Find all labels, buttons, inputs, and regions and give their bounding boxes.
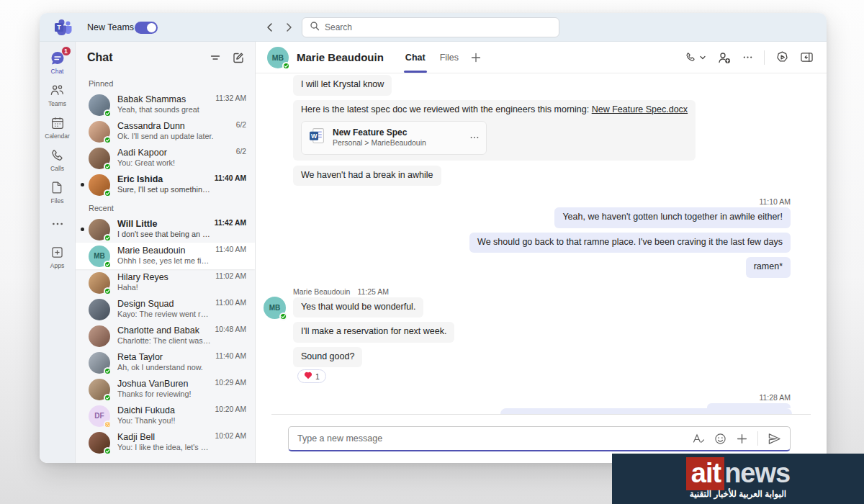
sender-name: Marie Beaudouin <box>293 287 350 296</box>
chat-list-item[interactable]: Joshua VanBurenThanks for reviewing!10:2… <box>76 376 255 402</box>
available-presence-badge <box>104 234 112 242</box>
unread-dot <box>81 183 84 186</box>
chat-list-item[interactable]: MBMarie BeaudouinOhhh I see, yes let me … <box>76 243 255 269</box>
new-teams-toggle[interactable] <box>135 22 158 34</box>
available-presence-badge <box>282 62 290 70</box>
message-row: Marie Beaudouin11:25 AM <box>293 287 791 296</box>
conversation-title: Marie Beaudouin <box>297 51 384 63</box>
more-options-button[interactable] <box>742 52 753 63</box>
forward-button[interactable] <box>282 20 296 35</box>
available-presence-badge <box>279 312 287 320</box>
chat-item-preview: You: I like the idea, let's pitch it! <box>117 443 210 452</box>
chat-list-item[interactable]: Babak ShammasYeah, that sounds great11:3… <box>76 91 255 118</box>
chat-list-item[interactable]: Cassandra DunnOk. I'll send an update la… <box>76 118 255 145</box>
format-button[interactable] <box>692 433 705 444</box>
sidebar-item-files[interactable]: Files <box>40 176 75 207</box>
reaction-pill[interactable]: 1 <box>297 369 326 383</box>
chat-item-time: 11:40 AM <box>215 174 246 182</box>
chat-list-item[interactable]: Eric IshidaSure, I'll set up something f… <box>76 171 255 198</box>
file-options-button[interactable] <box>469 132 480 143</box>
chat-item-name: Design Squad <box>117 299 211 310</box>
chat-list-item[interactable]: Charlotte and BabakCharlotte: The client… <box>76 323 255 349</box>
chat-item-preview: Haha! <box>117 283 211 292</box>
chat-list-item[interactable]: Aadi KapoorYou: Great work!6/2 <box>76 145 255 171</box>
message-row: Yeah, we haven't gotten lunch together i… <box>293 207 791 228</box>
sidebar-item-apps[interactable]: Apps <box>40 240 75 272</box>
add-tab-button[interactable] <box>470 52 482 63</box>
chat-list-item[interactable]: DFDaichi FukudaYou: Thank you!!10:20 AM <box>76 402 255 429</box>
video-clip-button[interactable] <box>775 50 789 64</box>
sidebar-item-calendar[interactable]: Calendar <box>40 111 75 143</box>
chat-item-text: Reta TaylorAh, ok I understand now. <box>117 352 211 372</box>
apps-icon <box>50 244 65 261</box>
chat-list-item[interactable]: Design SquadKayo: The review went really… <box>76 296 255 323</box>
sidebar-item-teams[interactable]: Teams <box>40 78 75 110</box>
available-presence-badge <box>104 189 112 197</box>
add-people-button[interactable] <box>717 51 732 64</box>
avatar <box>89 121 110 143</box>
message-row: We haven't had a break in awhile <box>293 166 791 186</box>
sidebar-item-more[interactable] <box>40 208 75 240</box>
sidebar-item-label: Teams <box>48 100 66 107</box>
compose-box[interactable] <box>288 426 791 451</box>
available-presence-badge <box>104 261 112 269</box>
search-input[interactable] <box>325 22 552 32</box>
message-input[interactable] <box>297 433 692 444</box>
file-link[interactable]: New Feature Spec.docx <box>592 104 688 114</box>
file-card-text: New Feature SpecPersonal > MarieBeaudoui… <box>333 127 463 148</box>
sidebar-item-chat[interactable]: 1Chat <box>40 46 75 78</box>
message-timestamp: 11:10 AM <box>293 197 791 206</box>
filter-button[interactable] <box>209 51 222 64</box>
title-bar: T New Teams <box>40 13 827 42</box>
chat-item-name: Joshua VanBuren <box>117 379 210 390</box>
reaction-count: 1 <box>315 372 320 381</box>
avatar <box>89 299 110 320</box>
message-row: Here is the latest spec doc we reviewed … <box>293 100 791 161</box>
chat-item-preview: You: Thank you!! <box>117 416 210 426</box>
message-bubble: ramen* <box>746 257 791 278</box>
chat-item-name: Aadi Kapoor <box>117 148 232 158</box>
available-presence-badge <box>104 447 112 455</box>
conversation-pane: MB Marie Beaudouin ChatFiles <box>256 42 827 463</box>
send-button[interactable] <box>768 432 781 446</box>
sidebar-item-calls[interactable]: Calls <box>40 143 75 175</box>
search-box[interactable] <box>302 17 559 37</box>
tab-files[interactable]: Files <box>433 42 466 73</box>
emoji-button[interactable] <box>714 433 726 445</box>
new-chat-button[interactable] <box>232 51 245 64</box>
chat-item-name: Hilary Reyes <box>117 272 211 283</box>
attach-button[interactable] <box>736 433 748 445</box>
open-pane-button[interactable] <box>800 51 814 63</box>
plus-icon <box>470 52 482 63</box>
available-presence-badge <box>104 136 112 144</box>
chat-list-item[interactable]: Kadji BellYou: I like the idea, let's pi… <box>76 429 255 456</box>
call-button[interactable] <box>685 51 706 63</box>
calendar-icon <box>50 114 66 132</box>
chevron-left-icon <box>264 22 276 33</box>
message-group-header: Marie Beaudouin11:25 AM <box>293 287 389 296</box>
chat-item-text: Kadji BellYou: I like the idea, let's pi… <box>117 432 210 452</box>
chat-list-item[interactable]: Reta TaylorAh, ok I understand now.11:40… <box>76 349 255 376</box>
chat-item-text: Aadi KapoorYou: Great work! <box>117 148 232 168</box>
chat-item-time: 11:02 AM <box>215 272 246 280</box>
sidebar-item-label: Calendar <box>45 132 70 140</box>
chat-item-name: Eric Ishida <box>117 174 210 185</box>
conversation-tabs: ChatFiles <box>398 42 466 73</box>
chat-icon: 1 <box>49 50 66 67</box>
back-button[interactable] <box>263 20 277 35</box>
chat-item-text: Joshua VanBurenThanks for reviewing! <box>117 379 210 399</box>
chat-item-time: 6/2 <box>236 121 246 129</box>
tab-chat[interactable]: Chat <box>398 42 433 73</box>
chat-item-text: Charlotte and BabakCharlotte: The client… <box>117 325 210 346</box>
message-bubble: I will let Krystal know <box>293 75 392 96</box>
chat-item-preview: You: Great work! <box>117 158 232 168</box>
chat-list-item[interactable]: Will LittleI don't see that being an iss… <box>76 216 255 243</box>
new-teams-label: New Teams <box>87 22 134 32</box>
chat-list-item[interactable]: Hilary ReyesHaha!11:02 AM <box>76 269 255 296</box>
file-attachment-card[interactable]: WNew Feature SpecPersonal > MarieBeaudou… <box>301 121 487 155</box>
chat-item-time: 11:40 AM <box>215 352 246 360</box>
avatar <box>89 272 110 294</box>
svg-text:T: T <box>57 24 61 31</box>
message-feed: I will let Krystal knowHere is the lates… <box>256 73 827 408</box>
section-label: Recent <box>76 198 255 216</box>
